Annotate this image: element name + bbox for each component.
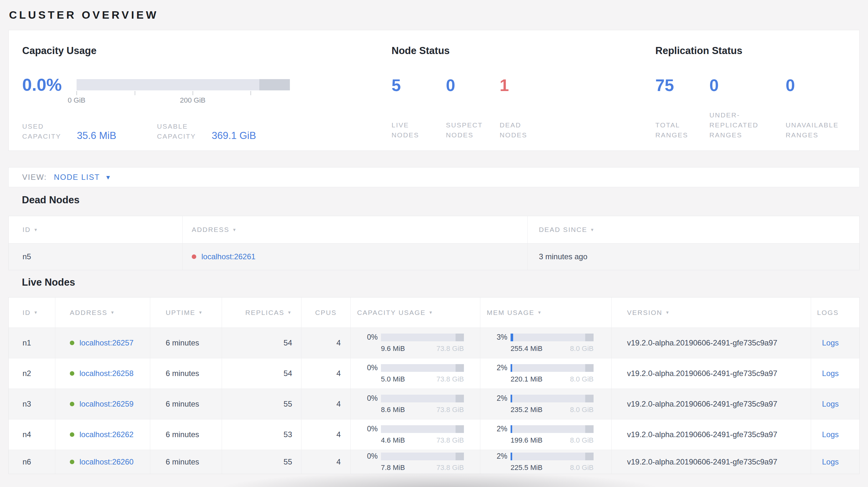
column-header-id[interactable]: ID ▼: [9, 297, 55, 327]
node-replicas: 54: [222, 328, 302, 358]
node-logs-cell: Logs: [811, 450, 859, 474]
view-label: VIEW:: [22, 173, 47, 182]
mem-bar: [510, 333, 594, 341]
column-header-replicas[interactable]: REPLICAS ▼: [222, 297, 302, 327]
capacity-bar-reserved: [456, 364, 464, 372]
capacity-percent: 0%: [357, 394, 378, 403]
suspect-nodes-count: 0: [446, 76, 500, 94]
node-address-cell: localhost:26260: [55, 450, 150, 474]
mem-total-value: 8.0 GiB: [570, 345, 594, 353]
sort-desc-icon: ▼: [33, 227, 38, 232]
mem-bar-reserved: [585, 364, 594, 372]
node-version: v19.2.0-alpha.20190606-2491-gfe735c9a97: [612, 389, 811, 419]
dead-nodes-body: n5 localhost:26261 3 minutes ago: [9, 243, 859, 270]
node-address-link[interactable]: localhost:26258: [80, 369, 133, 378]
node-address-link[interactable]: localhost:26259: [80, 399, 133, 409]
column-header-version[interactable]: VERSION ▼: [612, 297, 811, 327]
node-capacity-usage-cell: 0% 9.6 MiB 73.8 GiB: [351, 328, 480, 358]
live-status-dot-icon: [70, 460, 74, 464]
mem-bar: [510, 395, 594, 402]
dead-nodes-label: DEAD NODES: [500, 120, 535, 140]
chevron-down-icon: ▼: [105, 174, 111, 181]
node-status-section: Node Status 5 LIVE NODES 0 SUSPECT NODES…: [392, 30, 655, 151]
live-nodes-body: n1 localhost:26257 6 minutes 54 4 0% 9.6…: [9, 327, 859, 474]
node-address-link[interactable]: localhost:26262: [80, 430, 133, 439]
node-logs-cell: Logs: [811, 389, 859, 419]
usable-capacity-label: USABLE CAPACITY: [157, 121, 205, 141]
mem-used-value: 235.2 MiB: [510, 405, 542, 414]
column-header-address[interactable]: ADDRESS ▼: [183, 216, 528, 243]
live-nodes-count: 5: [392, 76, 446, 94]
sort-desc-icon: ▼: [110, 310, 115, 315]
suspect-nodes-stat: 0 SUSPECT NODES: [446, 76, 500, 140]
live-status-dot-icon: [70, 340, 74, 345]
mem-bar-fill: [510, 395, 512, 402]
column-header-cpus[interactable]: CPUS: [302, 297, 351, 327]
logs-link[interactable]: Logs: [822, 399, 839, 409]
node-id: n4: [9, 419, 55, 450]
column-header-dead-since[interactable]: DEAD SINCE ▼: [528, 216, 859, 243]
mem-used-value: 220.1 MiB: [510, 375, 542, 383]
under-replicated-ranges-count: 0: [709, 76, 786, 94]
used-capacity-value: 35.6 MiB: [77, 130, 116, 141]
node-uptime: 6 minutes: [150, 358, 222, 389]
dead-status-dot-icon: [192, 254, 196, 259]
mem-bar-reserved: [585, 333, 594, 341]
node-address-link[interactable]: localhost:26261: [202, 252, 255, 261]
capacity-used-value: 8.6 MiB: [381, 405, 405, 414]
live-node-row: n2 localhost:26258 6 minutes 54 4 0% 5.0…: [9, 358, 859, 389]
node-replicas: 54: [222, 358, 302, 389]
column-header-uptime[interactable]: UPTIME ▼: [150, 297, 222, 327]
capacity-total-value: 73.8 GiB: [436, 405, 464, 414]
mem-percent: 2%: [487, 452, 507, 461]
capacity-percent: 0%: [357, 363, 378, 372]
capacity-bar: [381, 333, 464, 341]
sort-desc-icon: ▼: [537, 310, 542, 315]
live-nodes-header-row: ID ▼ ADDRESS ▼ UPTIME ▼ REPLICAS ▼ CPUS …: [9, 297, 859, 327]
logs-link[interactable]: Logs: [822, 338, 839, 347]
usable-capacity-value: 369.1 GiB: [212, 130, 256, 141]
sort-desc-icon: ▼: [33, 310, 38, 315]
capacity-used-value: 9.6 MiB: [381, 345, 405, 353]
node-address-link[interactable]: localhost:26257: [80, 338, 133, 347]
node-id: n5: [9, 244, 183, 270]
node-version: v19.2.0-alpha.20190606-2491-gfe735c9a97: [612, 419, 811, 450]
mem-bar: [510, 453, 594, 460]
node-uptime: 6 minutes: [150, 328, 222, 358]
mem-total-value: 8.0 GiB: [570, 375, 594, 383]
logs-link[interactable]: Logs: [822, 457, 839, 466]
sort-desc-icon: ▼: [198, 310, 203, 315]
node-version: v19.2.0-alpha.20190606-2491-gfe735c9a97: [612, 328, 811, 358]
node-address-link[interactable]: localhost:26260: [80, 457, 133, 466]
capacity-total-value: 73.8 GiB: [436, 345, 464, 353]
column-header-mem-usage[interactable]: MEM USAGE ▼: [480, 297, 612, 327]
live-node-row: n6 localhost:26260 6 minutes 55 4 0% 7.8…: [9, 450, 859, 474]
live-node-row: n4 localhost:26262 6 minutes 53 4 0% 4.6…: [9, 419, 859, 450]
capacity-used-value: 5.0 MiB: [381, 375, 405, 383]
mem-bar-fill: [510, 425, 512, 433]
column-header-logs: LOGS: [811, 297, 859, 327]
column-header-capacity-usage[interactable]: CAPACITY USAGE ▼: [351, 297, 480, 327]
column-header-id[interactable]: ID ▼: [9, 216, 183, 243]
logs-link[interactable]: Logs: [822, 369, 839, 378]
cluster-summary-card: Capacity Usage 0.0% 0 GiB: [8, 30, 860, 151]
node-capacity-usage-cell: 0% 5.0 MiB 73.8 GiB: [351, 358, 480, 389]
mem-bar-fill: [510, 333, 513, 341]
capacity-bar: [381, 453, 464, 460]
node-cpus: 4: [302, 328, 351, 358]
dead-nodes-header-row: ID ▼ ADDRESS ▼ DEAD SINCE ▼: [9, 216, 859, 243]
capacity-bar: [381, 395, 464, 402]
node-mem-usage-cell: 2% 225.5 MiB 8.0 GiB: [480, 450, 612, 474]
unavailable-ranges-label: UNAVAILABLE RANGES: [786, 120, 858, 140]
node-address-cell: localhost:26262: [55, 419, 150, 450]
live-status-dot-icon: [70, 432, 74, 437]
logs-link[interactable]: Logs: [822, 430, 839, 439]
axis-label-200gib: 200 GiB: [180, 96, 206, 104]
view-dropdown[interactable]: NODE LIST ▼: [54, 173, 111, 182]
mem-bar: [510, 425, 594, 433]
node-mem-usage-cell: 2% 235.2 MiB 8.0 GiB: [480, 389, 612, 419]
capacity-used-value: 7.8 MiB: [381, 463, 405, 472]
sort-desc-icon: ▼: [665, 310, 670, 315]
column-header-address[interactable]: ADDRESS ▼: [55, 297, 150, 327]
mem-total-value: 8.0 GiB: [570, 436, 594, 445]
